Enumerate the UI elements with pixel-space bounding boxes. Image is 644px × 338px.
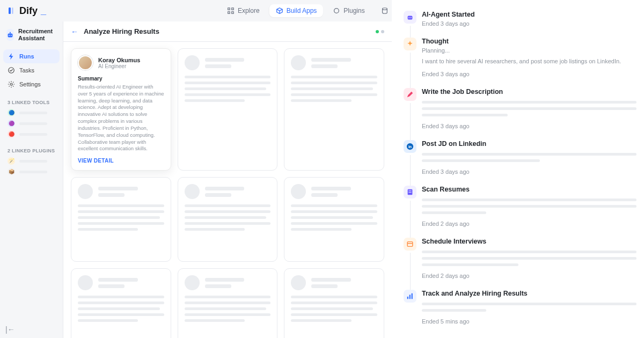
robot-icon: [6, 29, 14, 41]
sidebar-runs[interactable]: Runs: [3, 49, 60, 63]
app-name: Recruitment Assistant: [18, 28, 56, 42]
avatar: [78, 55, 93, 70]
page-title: Analyze Hiring Results: [84, 27, 159, 35]
logo-icon: [8, 6, 16, 15]
candidate-placeholder-card: [284, 48, 384, 171]
timeline-step-scan-resumes[interactable]: Scan Resumes Ended 2 days ago: [402, 186, 636, 238]
timeline-step-thought[interactable]: Thought Planning... I want to hire sever…: [402, 38, 636, 88]
svg-point-7: [382, 8, 387, 10]
linked-tools-header: 3 LINKED TOOLS: [3, 100, 60, 107]
plugin-icon: 📦: [8, 168, 15, 175]
plug-icon: [333, 7, 340, 14]
timeline-step-agent-started[interactable]: AI-Agent Started Ended 3 days ago: [402, 11, 636, 38]
nav-build-apps[interactable]: Build Apps: [269, 4, 324, 17]
linkedin-icon: in: [404, 140, 416, 153]
svg-rect-23: [407, 297, 408, 299]
grid-icon: [227, 7, 235, 14]
chart-icon: [404, 290, 416, 303]
sparkle-icon: [404, 38, 416, 50]
svg-rect-11: [10, 32, 11, 34]
summary-label: Summary: [78, 76, 164, 82]
svg-rect-21: [408, 192, 411, 193]
candidate-role: AI Engineer: [98, 63, 140, 69]
svg-rect-22: [407, 242, 413, 247]
candidate-placeholder-card: [71, 177, 171, 262]
svg-rect-14: [408, 16, 413, 19]
pen-icon: [404, 88, 416, 101]
timeline-step-post-linkedin[interactable]: in Post JD on Linkedin Ended 3 days ago: [402, 140, 636, 186]
database-icon: [381, 7, 389, 14]
svg-point-9: [9, 35, 10, 36]
svg-text:in: in: [408, 145, 412, 149]
linked-plugin-item[interactable]: 🪄: [3, 156, 60, 166]
collapse-sidebar-button[interactable]: |←: [5, 325, 15, 334]
brand-logo[interactable]: Dify_: [8, 5, 46, 17]
candidate-card[interactable]: Koray Okumus AI Engineer Summary Results…: [71, 48, 171, 171]
app-identity[interactable]: Recruitment Assistant: [3, 25, 60, 45]
svg-rect-20: [408, 190, 411, 191]
view-detail-link[interactable]: VIEW DETAIL: [78, 158, 164, 164]
tool-icon: 🔵: [8, 109, 15, 116]
svg-rect-4: [228, 12, 230, 14]
timeline-step-track-analyze[interactable]: Track and Analyze Hiring Results Ended 5…: [402, 290, 636, 335]
svg-point-15: [408, 17, 409, 18]
linked-tool-item[interactable]: 🟣: [3, 118, 60, 129]
document-icon: [404, 186, 416, 199]
gear-icon: [8, 80, 15, 88]
nav-plugins[interactable]: Plugins: [326, 4, 371, 17]
svg-rect-0: [9, 8, 11, 14]
tool-icon: 🟣: [8, 120, 15, 127]
timeline-step-schedule[interactable]: Schedule Interviews Ended 2 days ago: [402, 238, 636, 290]
cube-icon: [276, 7, 283, 14]
check-circle-icon: [8, 67, 15, 74]
plugin-icon: 🪄: [8, 157, 15, 165]
candidate-placeholder-card: [284, 268, 384, 338]
candidate-placeholder-card: [178, 177, 278, 262]
svg-point-6: [334, 9, 339, 13]
svg-point-13: [10, 83, 12, 85]
robot-icon: [404, 11, 416, 24]
svg-point-12: [9, 68, 14, 74]
candidate-placeholder-card: [178, 268, 278, 338]
timeline-step-write-jd[interactable]: Write the Job Description Ended 3 days a…: [402, 88, 636, 140]
svg-rect-8: [8, 34, 13, 38]
nav-explore[interactable]: Explore: [221, 4, 266, 17]
svg-rect-1: [12, 8, 13, 14]
bolt-icon: [8, 53, 15, 60]
status-indicator: [376, 30, 384, 33]
linked-plugin-item[interactable]: 📦: [3, 166, 60, 177]
back-button[interactable]: ←: [71, 27, 78, 36]
calendar-icon: [404, 238, 416, 251]
candidate-placeholder-card: [178, 48, 278, 171]
brand-name: Dify: [19, 5, 38, 17]
svg-rect-24: [409, 295, 411, 299]
svg-rect-3: [232, 8, 234, 10]
linked-tool-item[interactable]: 🔴: [3, 129, 60, 139]
svg-point-10: [11, 35, 12, 36]
svg-rect-5: [232, 12, 234, 14]
linked-tool-item[interactable]: 🔵: [3, 107, 60, 118]
svg-point-16: [411, 17, 412, 18]
svg-rect-25: [412, 293, 413, 299]
linked-plugins-header: 2 LINKED PLUGINS: [3, 148, 60, 156]
summary-text: Results-oriented AI Engineer with over 5…: [78, 84, 164, 152]
tool-icon: 🔴: [8, 130, 15, 138]
candidate-placeholder-card: [284, 177, 384, 262]
svg-rect-2: [228, 8, 230, 10]
candidate-placeholder-card: [71, 268, 171, 338]
sidebar-tasks[interactable]: Tasks: [3, 63, 60, 77]
candidate-name: Koray Okumus: [98, 57, 140, 63]
sidebar-settings[interactable]: Settings: [3, 77, 60, 91]
